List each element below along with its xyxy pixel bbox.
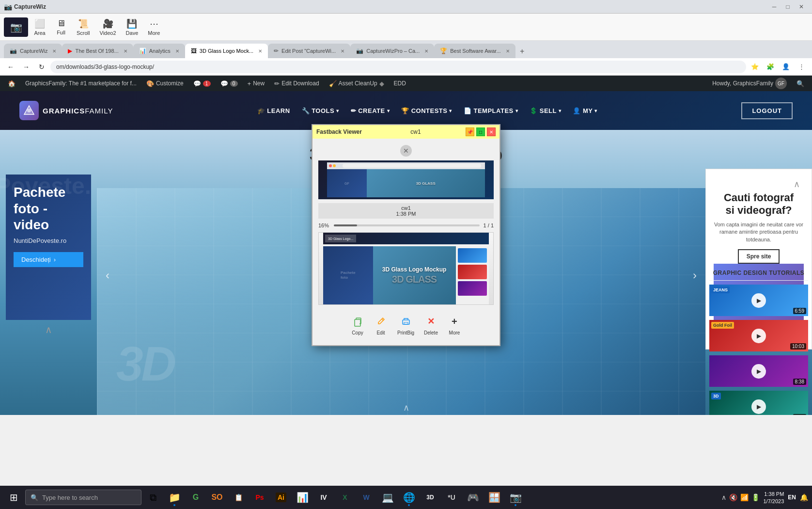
scroll-button[interactable]: 📜 Scroll: [73, 16, 94, 38]
nav-learn[interactable]: 🎓 LEARN: [257, 107, 290, 114]
full-button[interactable]: 🖥 Full: [51, 16, 71, 37]
more-toolbar-button[interactable]: ⋯ More: [144, 16, 164, 38]
nav-templates[interactable]: 📄 TEMPLATES ▾: [464, 107, 518, 114]
taskbar-app-3d[interactable]: 3D: [421, 488, 440, 507]
tab-youtube[interactable]: ▶ The Best Of 198... ✕: [62, 44, 133, 58]
wp-admin-home[interactable]: 🏠: [4, 76, 19, 91]
taskbar-app-steam[interactable]: 🎮: [463, 488, 483, 507]
tab-bestsoftware[interactable]: 🏆 Best Software Awar... ✕: [434, 44, 515, 58]
fastback-pin-button[interactable]: 📌: [466, 127, 474, 136]
wp-admin-asset-cleanup[interactable]: 🧹 Asset CleanUp ◆: [325, 76, 388, 91]
wp-admin-new[interactable]: + New: [244, 76, 269, 91]
win-close-button[interactable]: ✕: [795, 1, 808, 12]
fastback-progress-track[interactable]: [334, 224, 480, 226]
fastback-more-button[interactable]: + More: [448, 315, 461, 335]
taskbar-app-roman[interactable]: IV: [314, 488, 333, 507]
fastback-printbig-button[interactable]: PrintBig: [397, 315, 414, 335]
tab-capturewizpro[interactable]: 📷 CaptureWizPro – Ca... ✕: [350, 44, 434, 58]
taskbar-language-indicator[interactable]: EN: [788, 494, 796, 501]
taskbar-volume-icon[interactable]: 🔇: [729, 493, 737, 501]
back-button[interactable]: ←: [4, 60, 17, 74]
taskbar-app-wi[interactable]: 🪟: [484, 488, 504, 507]
nav-create[interactable]: ✏ CREATE ▾: [351, 107, 390, 114]
taskbar-clock[interactable]: 1:38 PM 1/7/2023: [764, 491, 784, 504]
taskbar-app-word[interactable]: W: [357, 488, 376, 507]
site-logo[interactable]: GRAPHICSFAMILY: [19, 101, 113, 120]
taskbar-app-chart[interactable]: 📊: [293, 488, 312, 507]
taskbar-app-green[interactable]: G: [186, 488, 205, 507]
fastback-copy-button[interactable]: Copy: [351, 315, 364, 335]
taskbar-app-so[interactable]: SO: [207, 488, 227, 507]
wp-admin-edd[interactable]: EDD: [390, 76, 410, 91]
logout-button[interactable]: LOGOUT: [741, 102, 793, 119]
taskbar-app-soft[interactable]: 📋: [229, 488, 248, 507]
nav-sell[interactable]: 💲 SELL ▾: [530, 107, 561, 114]
taskbar-task-view[interactable]: ⧉: [143, 488, 163, 507]
right-up-arrow[interactable]: ∧: [714, 177, 804, 191]
tutorial-card-1[interactable]: ▶ JEANS 6:59: [709, 285, 808, 316]
tab-capturewiz-close[interactable]: ✕: [52, 48, 56, 54]
tab-editpost-close[interactable]: ✕: [341, 48, 344, 54]
forward-button[interactable]: →: [19, 60, 33, 74]
tutorial-card-3[interactable]: ▶ 8:38: [709, 355, 808, 387]
taskbar-start-button[interactable]: ⊞: [4, 488, 23, 507]
taskbar-network-icon[interactable]: 📶: [740, 493, 749, 501]
tutorial-card-4[interactable]: ▶ 3D 8:27: [709, 391, 808, 415]
tab-editpost[interactable]: ✏ Edit Post "CaptureWi... ✕: [268, 44, 350, 58]
nav-my[interactable]: 👤 MY ▾: [573, 107, 597, 114]
ad-scroll-up-icon: ∧: [45, 324, 52, 335]
taskbar-battery-icon[interactable]: 🔋: [751, 493, 760, 501]
tab-capturewizpro-close[interactable]: ✕: [424, 48, 428, 54]
taskbar-app-ai[interactable]: Ai: [271, 488, 291, 507]
carousel-nav-right[interactable]: ›: [689, 265, 701, 286]
nav-contests[interactable]: 🏆 CONTESTS ▾: [401, 107, 452, 114]
address-input[interactable]: [50, 61, 746, 73]
taskbar-notification-button[interactable]: 🔔: [800, 493, 808, 501]
taskbar-app-u[interactable]: *U: [442, 488, 461, 507]
win-minimize-button[interactable]: ─: [767, 1, 781, 12]
taskbar-file-explorer[interactable]: 📁: [165, 488, 184, 507]
area-button[interactable]: ⬜ Area: [30, 16, 49, 38]
win-maximize-button[interactable]: □: [781, 1, 795, 12]
taskbar-caret-icon[interactable]: ∧: [721, 493, 726, 501]
wp-admin-comments2[interactable]: 💬 0: [217, 76, 242, 91]
fastback-delete-button[interactable]: ✕ Delete: [424, 315, 438, 335]
wp-admin-search[interactable]: 🔍: [793, 76, 808, 91]
taskbar-app-adobe[interactable]: Ps: [250, 488, 269, 507]
tab-3dglass[interactable]: 🖼 3D Glass Logo Mock... ✕: [185, 44, 268, 58]
taskbar-app-chrome[interactable]: 🌐: [399, 488, 419, 507]
carousel-nav-left[interactable]: ‹: [102, 265, 113, 286]
tab-analytics-close[interactable]: ✕: [175, 48, 179, 54]
taskbar-app-sof[interactable]: 💻: [378, 488, 397, 507]
nav-tools[interactable]: 🔧 TOOLS ▾: [302, 107, 339, 114]
browser-menu-button[interactable]: ⋮: [795, 60, 808, 74]
taskbar-app-ca[interactable]: 📷: [506, 488, 525, 507]
ad-scroll-up[interactable]: ∧: [6, 320, 91, 335]
bookmark-button[interactable]: ⭐: [748, 60, 762, 74]
taskbar-app-excel[interactable]: X: [335, 488, 355, 507]
video2-button[interactable]: 🎥 Video2: [96, 16, 120, 38]
fastback-close-button[interactable]: ✕: [487, 127, 496, 136]
scroll-hint[interactable]: ∧: [403, 402, 409, 413]
reload-button[interactable]: ↻: [35, 60, 48, 74]
wp-admin-edit-download[interactable]: ✏ Edit Download: [270, 76, 323, 91]
tab-bestsoftware-close[interactable]: ✕: [506, 48, 510, 54]
wp-admin-comments[interactable]: 💬 1: [189, 76, 215, 91]
tab-3dglass-close[interactable]: ✕: [258, 48, 262, 54]
wp-admin-site-name[interactable]: GraphicsFamily: The #1 marketplace for f…: [21, 76, 141, 91]
dave-button[interactable]: 💾 Dave: [122, 16, 142, 38]
extensions-button[interactable]: 🧩: [764, 60, 777, 74]
ad-open-button[interactable]: Deschideți ›: [14, 252, 83, 267]
tab-youtube-close[interactable]: ✕: [124, 48, 127, 54]
taskbar-search-box[interactable]: 🔍 Type here to search: [25, 490, 141, 505]
tutorial-card-2[interactable]: ▶ Gold Foil 10:03: [709, 320, 808, 351]
fastback-maximize-button[interactable]: □: [476, 127, 485, 136]
tab-capturewiz[interactable]: 📷 CaptureWiz ✕: [4, 44, 62, 58]
new-tab-button[interactable]: +: [515, 45, 529, 58]
fastback-edit-button[interactable]: Edit: [374, 315, 388, 335]
wp-admin-howdy[interactable]: Howdy, GraphicsFamily GF: [708, 76, 791, 91]
right-ad-btn[interactable]: Spre site: [738, 249, 780, 264]
wp-admin-customize[interactable]: 🎨 Customize: [142, 76, 187, 91]
profile-button[interactable]: 👤: [779, 60, 793, 74]
tab-analytics[interactable]: 📊 Analytics ✕: [133, 44, 185, 58]
